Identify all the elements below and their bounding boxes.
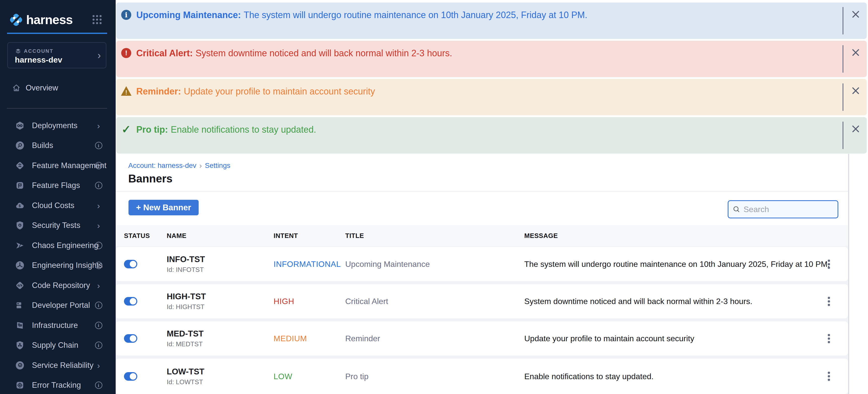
banner-name: HIGH-TST <box>167 292 206 301</box>
app-grid-icon[interactable] <box>93 15 101 24</box>
notification-banner-informational: i Upcoming Maintenance:The system will u… <box>116 2 867 39</box>
security-tests-icon <box>15 221 25 230</box>
table-row-med-tst: MED-TST Id: MEDTST MEDIUM Reminder Updat… <box>116 321 848 356</box>
sidebar-item-label: Builds <box>32 141 53 150</box>
banner-message: Update your profile to maintain account … <box>184 86 375 97</box>
status-toggle[interactable] <box>124 334 137 343</box>
status-toggle[interactable] <box>124 297 137 305</box>
sidebar-item-overview[interactable]: Overview <box>0 80 116 96</box>
sidebar-item-developer-portal[interactable]: Developer Portal i <box>0 296 116 316</box>
column-header-title: TITLE <box>345 232 364 240</box>
info-icon: i <box>95 382 102 389</box>
logo-underline <box>7 33 107 34</box>
sidebar-item-label: Supply Chain <box>32 341 78 350</box>
sidebar-item-supply-chain[interactable]: Supply Chain i <box>0 335 116 356</box>
banner-message: System downtime noticed and will back no… <box>196 48 452 58</box>
sidebar-item-cloud-costs[interactable]: $ Cloud Costs › <box>0 196 116 216</box>
banner-divider <box>843 45 843 73</box>
layers-icon <box>15 48 21 54</box>
sidebar-item-service-reliability[interactable]: Service Reliability › <box>0 355 116 375</box>
banner-name: LOW-TST <box>167 367 205 376</box>
deployments-icon <box>15 121 25 130</box>
harness-banners-page: harness ACCOUNT harness-dev › Overview <box>0 0 868 394</box>
sidebar-item-code-repository[interactable]: Code Repository › <box>0 275 116 296</box>
breadcrumb-account-link[interactable]: Account: harness-dev <box>128 162 196 170</box>
harness-wordmark: harness <box>26 12 73 27</box>
banner-title: Critical Alert <box>345 297 388 306</box>
sidebar-item-chaos-engineering[interactable]: Chaos Engineering i <box>0 235 116 256</box>
sidebar-nav: Deployments › Builds i Feature Managemen… <box>0 116 116 394</box>
sidebar-divider <box>7 108 107 108</box>
row-menu-icon[interactable] <box>823 371 834 382</box>
search-input[interactable] <box>744 205 838 214</box>
banner-intent: LOW <box>274 372 292 381</box>
builds-icon <box>15 141 25 150</box>
new-banner-button[interactable]: + New Banner <box>128 200 199 215</box>
close-icon[interactable] <box>851 86 861 96</box>
sidebar-item-builds[interactable]: Builds i <box>0 136 116 156</box>
account-name: harness-dev <box>15 55 62 65</box>
banner-divider <box>843 122 843 149</box>
banner-id: Id: LOWTST <box>167 378 205 386</box>
column-header-message: MESSAGE <box>524 232 558 240</box>
table-row-high-tst: HIGH-TST Id: HIGHTST HIGH Critical Alert… <box>116 284 848 318</box>
cloud-costs-icon: $ <box>15 201 25 210</box>
sidebar-item-security-tests[interactable]: Security Tests › <box>0 216 116 236</box>
chevron-right-icon: › <box>97 122 100 129</box>
banner-title: Pro tip <box>345 372 368 381</box>
sidebar-item-feature-management[interactable]: Feature Management i <box>0 156 116 176</box>
notification-banner-medium: ! Reminder:Update your profile to mainta… <box>116 79 867 115</box>
close-icon[interactable] <box>851 9 861 19</box>
sidebar-item-engineering-insights[interactable]: Engineering Insights i <box>0 256 116 276</box>
close-icon[interactable] <box>851 124 861 134</box>
sidebar-item-label: Developer Portal <box>32 301 90 310</box>
info-icon: i <box>95 162 102 169</box>
info-icon: i <box>95 322 102 329</box>
close-icon[interactable] <box>851 47 861 58</box>
chevron-right-icon: › <box>97 222 100 229</box>
sidebar-item-infrastructure[interactable]: Infrastructure i <box>0 315 116 335</box>
status-toggle[interactable] <box>124 260 137 268</box>
sidebar-item-label: Feature Flags <box>32 181 80 190</box>
breadcrumb: Account: harness-dev › Settings <box>128 161 230 170</box>
banner-message-cell: Enable notifications to stay updated. <box>524 372 653 381</box>
sidebar: harness ACCOUNT harness-dev › Overview <box>0 0 116 394</box>
banner-divider <box>843 7 843 34</box>
svg-text:$: $ <box>19 204 21 208</box>
check-icon: ✓ <box>121 124 132 135</box>
table-row-low-tst: LOW-TST Id: LOWTST LOW Pro tip Enable no… <box>116 359 848 394</box>
feature-flags-icon <box>15 180 25 190</box>
row-menu-icon[interactable] <box>823 333 834 344</box>
banner-name: INFO-TST <box>167 255 205 264</box>
sidebar-item-feature-flags[interactable]: Feature Flags i <box>0 176 116 196</box>
info-circle-icon: i <box>121 9 132 20</box>
sidebar-item-error-tracking[interactable]: Error Tracking i <box>0 375 116 394</box>
chevron-right-icon: › <box>98 50 101 61</box>
banner-intent: HIGH <box>274 297 294 306</box>
column-header-intent: INTENT <box>274 232 298 240</box>
warning-triangle-icon: ! <box>121 86 132 97</box>
page-title: Banners <box>128 172 173 185</box>
search-icon <box>733 205 741 214</box>
sidebar-item-label: Code Repository <box>32 281 90 290</box>
sidebar-item-label: Service Reliability <box>32 361 94 370</box>
row-menu-icon[interactable] <box>823 259 834 270</box>
notification-banner-low: ✓ Pro tip:Enable notifications to stay u… <box>116 117 867 154</box>
code-repository-icon <box>15 281 25 290</box>
banner-intent: INFORMATIONAL <box>274 260 341 269</box>
sidebar-item-deployments[interactable]: Deployments › <box>0 116 116 136</box>
scrollbar-track[interactable] <box>848 154 849 394</box>
account-label: ACCOUNT <box>24 48 54 54</box>
status-toggle[interactable] <box>124 372 137 381</box>
info-icon: i <box>95 342 102 349</box>
table-header: STATUS NAME INTENT TITLE MESSAGE <box>116 225 848 246</box>
banner-label: Upcoming Maintenance: <box>136 10 241 20</box>
account-selector[interactable]: ACCOUNT harness-dev › <box>7 42 106 68</box>
row-menu-icon[interactable] <box>823 296 834 307</box>
service-reliability-icon <box>15 361 25 370</box>
notification-banner-high: ! Critical Alert:System downtime noticed… <box>116 41 867 77</box>
feature-management-icon <box>15 161 25 170</box>
breadcrumb-settings-link[interactable]: Settings <box>205 162 230 170</box>
sidebar-item-label: Security Tests <box>32 221 80 230</box>
banner-id: Id: HIGHTST <box>167 303 206 311</box>
